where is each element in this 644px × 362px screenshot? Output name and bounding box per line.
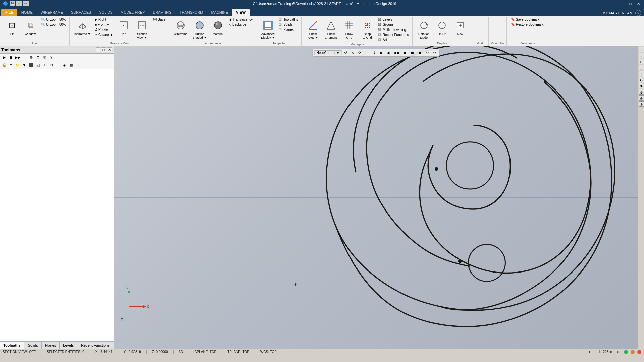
tp-isometric-button[interactable]: ⊹ xyxy=(75,62,81,68)
show-solids-button[interactable]: ☑ Solids xyxy=(277,22,299,27)
tab-drafting[interactable]: DRAFTING xyxy=(149,9,175,16)
viewport[interactable]: HelloCurrent ▼ ↺ ✕ ⟳ → ⊹ ▶ ◀ ◀◀ ⏸ ⏹ ⏺ ↩ … xyxy=(114,46,638,349)
panel-content[interactable] xyxy=(0,69,114,341)
restore-bookmark-button[interactable]: 🔖 Restore Bookmark xyxy=(509,22,545,27)
tp-settings-button[interactable]: ⚙ xyxy=(28,54,34,60)
status-circle-1[interactable] xyxy=(624,350,628,354)
show-planes-button[interactable]: ☑ Planes xyxy=(277,27,299,32)
translucency-button[interactable]: ◑ Translucency xyxy=(227,17,254,22)
tp-square-button[interactable]: ⬛ xyxy=(28,62,34,68)
vp-btn-6[interactable]: ▶ xyxy=(378,50,384,56)
rotate-button[interactable]: ↺ Rotate xyxy=(93,27,114,32)
tp-help-button[interactable]: ? xyxy=(48,54,54,60)
new-viewsheet-button[interactable]: New xyxy=(451,17,469,37)
tab-view[interactable]: VIEW xyxy=(232,9,250,16)
snap-to-grid-button[interactable]: Snapto Grid xyxy=(359,17,376,41)
tp-stop-all-button[interactable]: ⏸ xyxy=(21,54,28,60)
tp-number-button[interactable]: ① xyxy=(42,54,48,60)
zoom-out-btn[interactable]: − xyxy=(593,350,596,354)
right-btn-4[interactable]: ◱ xyxy=(639,65,644,70)
outline-shaded-button[interactable]: OutlineShaded ▼ xyxy=(191,17,209,41)
onoff-button[interactable]: On/Off xyxy=(433,17,451,37)
show-toolpaths-button[interactable]: ☑ Toolpaths xyxy=(277,17,299,22)
panel-float-button[interactable]: □ xyxy=(101,47,106,52)
tab-machine[interactable]: MACHINE xyxy=(207,9,232,16)
front-view-button[interactable]: ■ Front ▼ xyxy=(93,22,114,27)
fit-button[interactable]: ⊡ Fit xyxy=(3,17,21,37)
vp-btn-8[interactable]: ◀◀ xyxy=(392,50,400,56)
panel-tab-solids[interactable]: Solids xyxy=(24,342,42,349)
maximize-button[interactable]: □ xyxy=(628,2,633,6)
quick-access-redo[interactable]: ↪ xyxy=(23,1,29,6)
window-button[interactable]: ⧉ Window xyxy=(21,17,39,37)
vp-btn-11[interactable]: ⏺ xyxy=(417,50,424,56)
status-circle-2[interactable] xyxy=(631,350,635,354)
vp-btn-5[interactable]: ⊹ xyxy=(371,50,378,56)
save-bookmark-button[interactable]: 🔖 Save Bookmark xyxy=(509,17,545,22)
show-grid-button[interactable]: ShowGrid xyxy=(340,17,358,41)
vp-dropdown[interactable]: HelloCurrent ▼ xyxy=(314,50,342,55)
tp-down-button[interactable]: ▼ xyxy=(21,62,28,68)
quick-access-save[interactable]: 💾 xyxy=(10,1,15,6)
tp-settings2-button[interactable]: ⚙ xyxy=(35,54,41,60)
panel-tab-levels[interactable]: Levels xyxy=(60,342,77,349)
material-button[interactable]: Material xyxy=(209,17,227,37)
tp-diamond-button[interactable]: ◈ xyxy=(62,62,68,68)
right-btn-10[interactable]: ◔ xyxy=(639,101,644,107)
right-btn-2[interactable]: ↔ xyxy=(639,53,644,58)
tp-frame-button[interactable]: ◱ xyxy=(35,62,41,68)
wireframe-button[interactable]: Wireframe xyxy=(172,17,190,37)
right-btn-9[interactable]: ◓ xyxy=(639,95,644,101)
multithreading-button[interactable]: ☑ Multi-Threading xyxy=(377,27,410,32)
tp-play-button[interactable]: ▶ xyxy=(1,54,7,60)
vp-btn-12[interactable]: ↩ xyxy=(424,50,431,56)
top-view-button[interactable]: Top xyxy=(115,17,132,37)
drawing-canvas[interactable] xyxy=(114,46,638,349)
panel-close-button[interactable]: ✕ xyxy=(107,47,112,52)
backside-button[interactable]: ◁ Backside xyxy=(227,22,254,27)
recent-functions-ribbon-button[interactable]: ☑ Recent Functions xyxy=(377,33,410,37)
tp-section-button[interactable]: ▦ xyxy=(68,62,74,68)
panel-tab-planes[interactable]: Planes xyxy=(42,342,60,349)
rotation-mode-button[interactable]: RotationMode xyxy=(415,17,433,41)
tp-lock-button[interactable]: 🔒 xyxy=(1,62,7,68)
tab-home[interactable]: HOME xyxy=(17,9,37,16)
tab-transform[interactable]: TRANSFORM xyxy=(176,9,207,16)
quick-access-undo[interactable]: ↩ xyxy=(16,1,22,6)
section-view-button[interactable]: SectionView ▼ xyxy=(133,17,151,41)
tp-play-all-button[interactable]: ▶▶ xyxy=(15,54,21,60)
tab-surfaces[interactable]: SURFACES xyxy=(67,9,95,16)
vp-btn-4[interactable]: → xyxy=(364,50,371,56)
tab-solids[interactable]: SOLIDS xyxy=(95,9,116,16)
tp-list-button[interactable]: ≡ xyxy=(8,62,14,68)
my-mastercam-label[interactable]: MY MASTERCAM xyxy=(602,11,633,15)
unzoom50-button[interactable]: 🔍 Unzoom 50% xyxy=(40,17,67,22)
advanced-display-button[interactable]: AdvancedDisplay ▼ xyxy=(259,17,277,41)
tp-refresh-button[interactable]: ↻ xyxy=(48,62,54,68)
show-gnomons-button[interactable]: ShowGnomons xyxy=(322,17,340,41)
right-btn-8[interactable]: ◒ xyxy=(639,89,644,95)
right-btn-1[interactable]: ↕ xyxy=(639,47,644,52)
panel-pin-button[interactable]: − xyxy=(96,47,100,52)
zoom-in-btn[interactable]: + xyxy=(588,350,591,354)
cplane-button[interactable]: ✦ Cplane ▼ xyxy=(93,33,114,37)
tab-wireframe[interactable]: WIREFRAME xyxy=(37,9,67,16)
vp-btn-9[interactable]: ⏸ xyxy=(401,50,408,56)
vp-btn-2[interactable]: ✕ xyxy=(350,50,356,56)
right-view-button[interactable]: ▶ Right xyxy=(93,17,114,22)
levels-button[interactable]: ☑ Levels xyxy=(377,17,410,22)
help-button[interactable]: ? xyxy=(635,10,641,16)
minimize-button[interactable]: – xyxy=(621,2,625,6)
isometric-button[interactable]: Isometric ▼ xyxy=(72,17,93,37)
tp-swap-button[interactable]: ↕ xyxy=(55,62,61,68)
tab-model-prep[interactable]: MODEL PREP xyxy=(117,9,149,16)
tp-folder-button[interactable]: 📁 xyxy=(15,62,21,68)
groups-button[interactable]: ☑ Groups xyxy=(377,22,410,27)
right-btn-6[interactable]: ◐ xyxy=(639,77,644,82)
art-button[interactable]: ☑ Art xyxy=(377,38,410,42)
tab-file[interactable]: FILE xyxy=(1,9,17,16)
vp-btn-3[interactable]: ⟳ xyxy=(357,50,363,56)
tp-star-button[interactable]: ✦ xyxy=(42,62,48,68)
status-circle-3[interactable] xyxy=(637,350,641,354)
unzoom80-button[interactable]: 🔍 Unzoom 80% xyxy=(40,22,67,27)
